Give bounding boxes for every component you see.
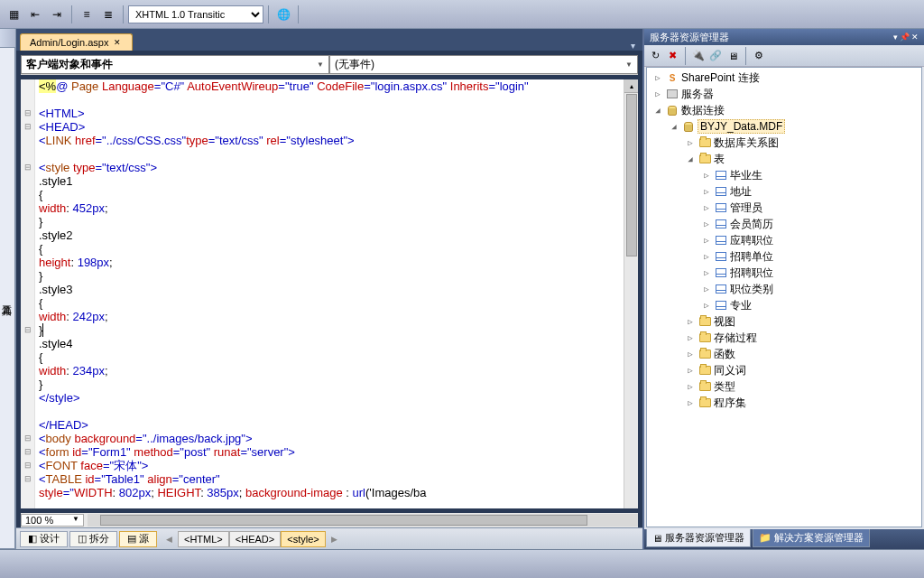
tree-node[interactable]: ▷专业: [649, 297, 919, 313]
split-tab[interactable]: ◫拆分: [69, 531, 117, 547]
tree-node[interactable]: ◢BYJY_Data.MDF: [649, 118, 919, 135]
add-connection-icon[interactable]: 🔗: [708, 49, 723, 63]
horizontal-scroll-row: 100 % ▼: [21, 513, 638, 527]
tab-strip: Admin/Login.aspx ✕ ▾: [16, 29, 642, 51]
code-content[interactable]: <%@ Page Language="C#" AutoEventWireup="…: [35, 79, 624, 508]
server-explorer-tab[interactable]: 🖥 服务器资源管理器: [646, 529, 751, 547]
expand-icon[interactable]: ▷: [701, 219, 712, 228]
chevron-left-icon[interactable]: ◀: [166, 535, 172, 544]
source-tab[interactable]: ▤源: [119, 531, 157, 547]
tree-node[interactable]: ▷管理员: [649, 200, 919, 216]
tree-node[interactable]: ▷SSharePoint 连接: [649, 70, 919, 86]
pin-icon[interactable]: 📌: [900, 33, 910, 42]
tab-strip-menu[interactable]: ▾: [631, 41, 639, 51]
tree-node[interactable]: ▷同义词: [649, 362, 919, 378]
tree-node[interactable]: ▷毕业生: [649, 167, 919, 183]
expand-icon[interactable]: ◢: [669, 122, 679, 131]
tree-node[interactable]: ▷会员简历: [649, 216, 919, 232]
expand-icon[interactable]: ▷: [701, 187, 712, 196]
connect-icon[interactable]: 🔌: [691, 49, 706, 63]
member-dropdowns: 客户端对象和事件 ▼ (无事件) ▼: [21, 55, 638, 75]
expand-icon[interactable]: ▷: [685, 398, 696, 407]
solution-explorer-tab[interactable]: 📁 解决方案资源管理器: [753, 529, 870, 547]
outdent-btn[interactable]: ⇤: [25, 5, 45, 24]
tree-node[interactable]: ▷招聘职位: [649, 265, 919, 281]
vertical-scrollbar[interactable]: ▴: [624, 79, 638, 508]
stop-icon[interactable]: ✖: [665, 49, 679, 63]
tree-node[interactable]: ▷类型: [649, 378, 919, 395]
tree-label: 函数: [714, 347, 735, 362]
zoom-combo[interactable]: 100 % ▼: [21, 514, 84, 527]
scroll-thumb[interactable]: [626, 94, 637, 256]
scroll-thumb[interactable]: [100, 515, 587, 526]
tree-node[interactable]: ▷数据库关系图: [649, 135, 919, 151]
sp-icon: S: [665, 71, 679, 84]
close-icon[interactable]: ✕: [911, 33, 919, 42]
tree-node[interactable]: ▷存储过程: [649, 330, 919, 346]
object-dropdown[interactable]: 客户端对象和事件 ▼: [21, 55, 329, 74]
horizontal-scrollbar[interactable]: [88, 514, 638, 527]
expand-icon[interactable]: ▷: [652, 73, 663, 82]
chevron-right-icon[interactable]: ▶: [331, 535, 337, 544]
expand-icon[interactable]: ▷: [701, 268, 712, 277]
indent-btn[interactable]: ⇥: [47, 5, 67, 24]
add-server-icon[interactable]: 🖥: [725, 49, 740, 63]
tool-btn-1[interactable]: ▦: [4, 5, 23, 24]
tool-icon[interactable]: ⚙: [752, 49, 766, 63]
expand-icon[interactable]: ▷: [685, 366, 696, 375]
tool-btn-5[interactable]: ≣: [98, 5, 118, 24]
toolbox-tab[interactable]: 工具箱: [0, 47, 15, 549]
tree-node[interactable]: ◢数据连接: [649, 102, 919, 118]
expand-icon[interactable]: ▷: [701, 252, 712, 261]
expand-icon[interactable]: ▷: [685, 317, 696, 326]
tree-node[interactable]: ▷视图: [649, 313, 919, 330]
design-tab[interactable]: ◧设计: [20, 531, 68, 547]
fold-gutter[interactable]: ⊟⊟⊟⊟⊟⊟⊟⊟: [21, 79, 35, 508]
tree-node[interactable]: ◢表: [649, 151, 919, 167]
folder-icon: [698, 315, 712, 328]
breadcrumb-item[interactable]: <HTML>: [178, 531, 229, 547]
dropdown-icon[interactable]: ▾: [893, 33, 898, 42]
tree-node[interactable]: ▷服务器: [649, 86, 919, 102]
tree-node[interactable]: ▷地址: [649, 183, 919, 200]
panel-title-bar[interactable]: 服务器资源管理器 ▾ 📌 ✕: [644, 29, 924, 45]
expand-icon[interactable]: ▷: [652, 89, 663, 98]
folder-icon: [698, 396, 712, 409]
breadcrumb-item[interactable]: <style>: [281, 531, 325, 547]
server-tree[interactable]: ▷SSharePoint 连接▷服务器◢数据连接◢BYJY_Data.MDF▷数…: [646, 67, 922, 527]
table-icon: [714, 201, 728, 214]
tree-node[interactable]: ▷招聘单位: [649, 248, 919, 265]
scroll-up-icon[interactable]: ▴: [624, 79, 638, 93]
expand-icon[interactable]: ▷: [685, 382, 696, 391]
folder-icon: [698, 348, 712, 360]
expand-icon[interactable]: ▷: [701, 284, 712, 294]
tool-btn-4[interactable]: ≡: [77, 5, 97, 24]
expand-icon[interactable]: ▷: [701, 171, 712, 180]
browse-btn[interactable]: 🌐: [273, 5, 293, 24]
expand-icon[interactable]: ▷: [685, 350, 696, 359]
file-tab-active[interactable]: Admin/Login.aspx ✕: [20, 33, 133, 51]
breadcrumb-item[interactable]: <HEAD>: [229, 531, 281, 547]
doctype-combo[interactable]: XHTML 1.0 Transitic: [128, 5, 263, 23]
tree-label: 存储过程: [714, 331, 757, 346]
tree-node[interactable]: ▷函数: [649, 346, 919, 362]
folder-icon: [698, 364, 712, 377]
code-editor[interactable]: ⊟⊟⊟⊟⊟⊟⊟⊟ <%@ Page Language="C#" AutoEven…: [21, 79, 638, 508]
expand-icon[interactable]: ▷: [685, 138, 696, 147]
expand-icon[interactable]: ▷: [701, 236, 712, 245]
expand-icon[interactable]: ▷: [685, 333, 696, 342]
tree-node[interactable]: ▷应聘职位: [649, 232, 919, 248]
refresh-icon[interactable]: ↻: [648, 49, 662, 63]
expand-icon[interactable]: ▷: [701, 301, 712, 310]
expand-icon[interactable]: ◢: [652, 106, 663, 115]
tree-node[interactable]: ▷职位类别: [649, 281, 919, 297]
tree-node[interactable]: ▷程序集: [649, 395, 919, 411]
expand-icon[interactable]: ▷: [701, 203, 712, 212]
db-icon: [665, 104, 679, 117]
solution-icon: 📁: [759, 532, 772, 544]
toolbox-sidebar[interactable]: 工具箱: [0, 29, 16, 549]
close-icon[interactable]: ✕: [114, 38, 123, 47]
event-dropdown[interactable]: (无事件) ▼: [329, 55, 638, 74]
db-icon: [681, 120, 696, 133]
expand-icon[interactable]: ◢: [685, 154, 696, 163]
